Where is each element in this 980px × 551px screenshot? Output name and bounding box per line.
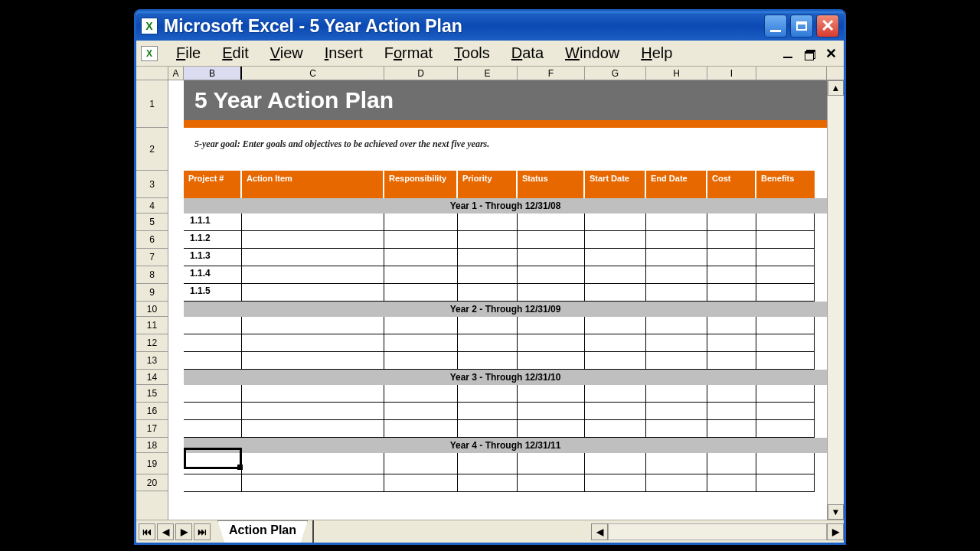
menubar: X File Edit View Insert Format Tools Dat… bbox=[136, 41, 844, 67]
tab-first-button[interactable]: ⏮ bbox=[139, 523, 155, 540]
row-header-6[interactable]: 6 bbox=[136, 231, 168, 249]
table-row bbox=[184, 420, 827, 438]
col-header-C[interactable]: C bbox=[242, 67, 384, 80]
tab-prev-button[interactable]: ◀ bbox=[157, 523, 174, 540]
spreadsheet-grid[interactable]: 5 Year Action Plan 5-year goal: Enter go… bbox=[168, 80, 827, 520]
row-header-2[interactable]: 2 bbox=[136, 128, 168, 171]
cell-project-4[interactable]: 1.1.4 bbox=[184, 266, 242, 284]
orange-divider bbox=[184, 120, 827, 128]
th-end[interactable]: End Date bbox=[646, 171, 707, 198]
row-header-12[interactable]: 12 bbox=[136, 334, 168, 352]
menu-window[interactable]: Window bbox=[554, 43, 630, 64]
table-row bbox=[184, 474, 827, 492]
year1-bar[interactable]: Year 1 - Through 12/31/08 bbox=[184, 198, 827, 214]
table-row: 1.1.1 bbox=[184, 214, 827, 231]
col-header-G[interactable]: G bbox=[585, 67, 646, 80]
row-header-10[interactable]: 10 bbox=[136, 302, 168, 317]
row-header-16[interactable]: 16 bbox=[136, 403, 168, 420]
th-cost[interactable]: Cost bbox=[707, 171, 756, 198]
window-title: Microsoft Excel - 5 Year Action Plan bbox=[164, 16, 761, 37]
table-row: 1.1.4 bbox=[184, 266, 827, 284]
col-header-A[interactable]: A bbox=[168, 67, 184, 80]
tab-track[interactable] bbox=[312, 520, 591, 543]
scroll-up-button[interactable]: ▲ bbox=[828, 80, 844, 96]
row-header-8[interactable]: 8 bbox=[136, 266, 168, 284]
menu-edit[interactable]: Edit bbox=[211, 43, 259, 64]
bottom-bar: ⏮ ◀ ▶ ⏭ Action Plan ◀ ▶ bbox=[136, 520, 844, 543]
th-priority[interactable]: Priority bbox=[458, 171, 518, 198]
row-header-17[interactable]: 17 bbox=[136, 420, 168, 438]
sheet-title-cell[interactable]: 5 Year Action Plan bbox=[184, 80, 827, 120]
col-header-D[interactable]: D bbox=[384, 67, 458, 80]
workbook-icon[interactable]: X bbox=[141, 46, 158, 61]
th-project[interactable]: Project # bbox=[184, 171, 242, 198]
mdi-close-button[interactable]: ✕ bbox=[822, 46, 839, 61]
col-header-I[interactable]: I bbox=[707, 67, 756, 80]
close-button[interactable]: ✕ bbox=[816, 15, 839, 37]
menu-file[interactable]: File bbox=[165, 43, 211, 64]
window: X Microsoft Excel - 5 Year Action Plan ✕… bbox=[134, 9, 846, 545]
mdi-restore-button[interactable] bbox=[801, 46, 818, 61]
row-header-20[interactable]: 20 bbox=[136, 474, 168, 491]
column-headers: A B C D E F G H I bbox=[136, 67, 844, 80]
th-status[interactable]: Status bbox=[518, 171, 585, 198]
tab-next-button[interactable]: ▶ bbox=[175, 523, 192, 540]
row-header-9[interactable]: 9 bbox=[136, 284, 168, 302]
table-row bbox=[184, 352, 827, 370]
titlebar[interactable]: X Microsoft Excel - 5 Year Action Plan ✕ bbox=[136, 11, 844, 41]
cell-project-2[interactable]: 1.1.2 bbox=[184, 231, 242, 249]
year4-bar[interactable]: Year 4 - Through 12/31/11 bbox=[184, 438, 827, 453]
sheet-subtitle[interactable]: 5-year goal: Enter goals and objectives … bbox=[184, 128, 827, 171]
row-header-13[interactable]: 13 bbox=[136, 352, 168, 370]
horizontal-scrollbar[interactable]: ◀ ▶ bbox=[591, 520, 844, 543]
menu-view[interactable]: View bbox=[260, 43, 314, 64]
row-header-1[interactable]: 1 bbox=[136, 80, 168, 128]
menu-insert[interactable]: Insert bbox=[314, 43, 374, 64]
col-header-F[interactable]: F bbox=[518, 67, 585, 80]
vscroll-track[interactable] bbox=[828, 96, 844, 504]
table-row bbox=[184, 317, 827, 334]
row-header-15[interactable]: 15 bbox=[136, 385, 168, 403]
sheet-tab-nav: ⏮ ◀ ▶ ⏭ bbox=[136, 520, 213, 543]
vertical-scrollbar[interactable]: ▲ ▼ bbox=[827, 80, 844, 520]
sheet-tab-active[interactable]: Action Plan bbox=[217, 520, 308, 543]
year2-bar[interactable]: Year 2 - Through 12/31/09 bbox=[184, 302, 827, 317]
col-header-H[interactable]: H bbox=[646, 67, 707, 80]
mdi-minimize-button[interactable] bbox=[779, 46, 796, 61]
excel-icon: X bbox=[141, 18, 158, 34]
col-header-extra[interactable] bbox=[756, 67, 827, 80]
table-row bbox=[184, 385, 827, 403]
select-all-corner[interactable] bbox=[136, 67, 168, 80]
row-header-7[interactable]: 7 bbox=[136, 249, 168, 266]
maximize-button[interactable] bbox=[790, 15, 813, 37]
menu-data[interactable]: Data bbox=[501, 43, 554, 64]
cell-project-1[interactable]: 1.1.1 bbox=[184, 214, 242, 231]
menu-help[interactable]: Help bbox=[630, 43, 683, 64]
row-headers: 1 2 3 4 5 6 7 8 9 10 11 12 13 14 15 16 1… bbox=[136, 80, 168, 520]
col-header-E[interactable]: E bbox=[458, 67, 518, 80]
scroll-left-button[interactable]: ◀ bbox=[591, 523, 608, 540]
cell-project-5[interactable]: 1.1.5 bbox=[184, 284, 242, 302]
row-header-18[interactable]: 18 bbox=[136, 438, 168, 453]
scroll-down-button[interactable]: ▼ bbox=[828, 504, 844, 520]
col-header-B[interactable]: B bbox=[184, 67, 242, 80]
table-row bbox=[184, 403, 827, 420]
scroll-right-button[interactable]: ▶ bbox=[827, 523, 844, 540]
row-header-11[interactable]: 11 bbox=[136, 317, 168, 334]
th-responsible[interactable]: Responsibility bbox=[384, 171, 458, 198]
minimize-button[interactable] bbox=[764, 15, 787, 37]
th-benefit[interactable]: Benefits bbox=[756, 171, 815, 198]
year3-bar[interactable]: Year 3 - Through 12/31/10 bbox=[184, 370, 827, 385]
th-action[interactable]: Action Item bbox=[242, 171, 384, 198]
row-header-5[interactable]: 5 bbox=[136, 214, 168, 231]
cell-project-3[interactable]: 1.1.3 bbox=[184, 249, 242, 266]
row-header-14[interactable]: 14 bbox=[136, 370, 168, 385]
menu-format[interactable]: Format bbox=[374, 43, 443, 64]
tab-last-button[interactable]: ⏭ bbox=[194, 523, 211, 540]
menu-tools[interactable]: Tools bbox=[443, 43, 501, 64]
hscroll-track[interactable] bbox=[608, 523, 827, 540]
row-header-4[interactable]: 4 bbox=[136, 198, 168, 214]
row-header-19[interactable]: 19 bbox=[136, 453, 168, 474]
row-header-3[interactable]: 3 bbox=[136, 171, 168, 198]
th-start[interactable]: Start Date bbox=[585, 171, 646, 198]
